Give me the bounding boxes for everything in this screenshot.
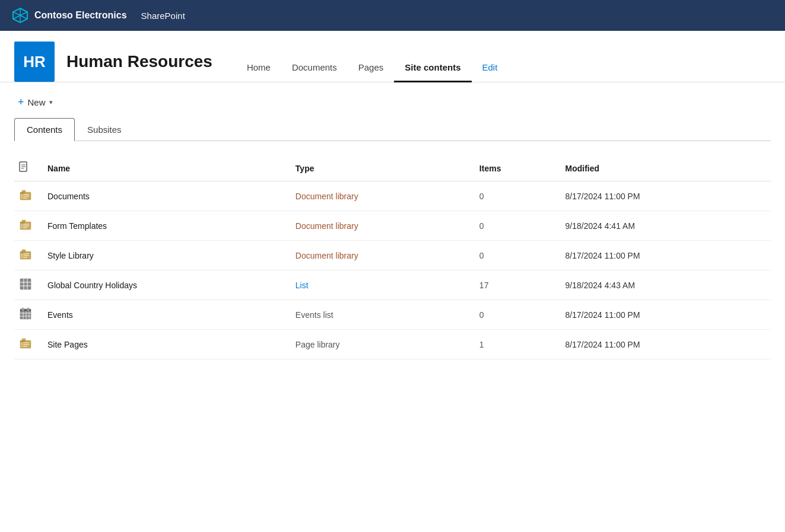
svg-rect-14	[21, 224, 23, 228]
site-logo: HR	[14, 42, 55, 82]
row-name[interactable]: Global Country Holidays	[40, 270, 288, 300]
file-header-icon	[19, 161, 30, 173]
svg-rect-39	[23, 342, 29, 343]
svg-rect-18	[23, 253, 29, 254]
col-name: Name	[40, 155, 288, 181]
app-name: SharePoint	[141, 11, 185, 21]
new-label: New	[28, 97, 46, 107]
table-row: Style Library Document library 0 8/17/20…	[14, 241, 771, 270]
col-modified: Modified	[558, 155, 771, 181]
row-modified: 9/18/2024 4:41 AM	[558, 211, 771, 241]
svg-rect-37	[20, 340, 25, 342]
col-type: Type	[288, 155, 472, 181]
row-type: Events list	[288, 300, 472, 330]
svg-rect-41	[23, 346, 27, 347]
svg-rect-13	[23, 227, 27, 228]
row-modified: 8/17/2024 11:00 PM	[558, 300, 771, 330]
svg-rect-42	[21, 342, 23, 347]
col-items: Items	[472, 155, 558, 181]
table-row: Form Templates Document library 0 9/18/2…	[14, 211, 771, 241]
chevron-down-icon: ▾	[49, 98, 53, 106]
row-type: Document library	[288, 211, 472, 241]
svg-rect-4	[23, 194, 29, 195]
row-modified: 8/17/2024 11:00 PM	[558, 330, 771, 359]
tabs: Contents Subsites	[14, 118, 771, 141]
svg-rect-12	[23, 225, 29, 227]
row-modified: 8/17/2024 11:00 PM	[558, 241, 771, 270]
new-button[interactable]: + New ▾	[14, 93, 59, 111]
svg-rect-10	[22, 220, 26, 222]
tab-subsites[interactable]: Subsites	[75, 118, 134, 141]
row-modified: 9/18/2024 4:43 AM	[558, 270, 771, 300]
row-type: Page library	[288, 330, 472, 359]
svg-rect-34	[22, 308, 24, 311]
svg-rect-11	[23, 224, 29, 225]
tabs-section: Contents Subsites	[0, 118, 785, 141]
row-name[interactable]: Style Library	[40, 241, 288, 270]
row-items: 0	[472, 241, 558, 270]
row-icon	[14, 241, 40, 270]
row-icon	[14, 211, 40, 241]
row-type: List	[288, 270, 472, 300]
row-name[interactable]: Documents	[40, 181, 288, 211]
contents-table: Name Type Items Modified Documents Docum…	[14, 155, 771, 359]
svg-rect-19	[23, 255, 29, 256]
nav-edit[interactable]: Edit	[472, 62, 508, 82]
row-icon	[14, 181, 40, 211]
row-name[interactable]: Site Pages	[40, 330, 288, 359]
site-header: HR Human Resources Home Documents Pages …	[0, 31, 785, 82]
row-items: 0	[472, 300, 558, 330]
nav-home[interactable]: Home	[236, 62, 281, 82]
site-title: Human Resources	[66, 52, 212, 71]
row-items: 1	[472, 330, 558, 359]
brand-logo: Contoso Electronics	[12, 7, 127, 24]
svg-rect-3	[22, 190, 26, 192]
svg-rect-6	[23, 197, 27, 199]
table-header-row: Name Type Items Modified	[14, 155, 771, 181]
contoso-logo-icon	[12, 7, 28, 24]
svg-rect-9	[20, 222, 25, 224]
table-row: Site Pages Page library 1 8/17/2024 11:0…	[14, 330, 771, 359]
nav-site-contents[interactable]: Site contents	[394, 62, 471, 82]
table-row: Global Country Holidays List 17 9/18/202…	[14, 270, 771, 300]
row-modified: 8/17/2024 11:00 PM	[558, 181, 771, 211]
row-items: 0	[472, 211, 558, 241]
nav-documents[interactable]: Documents	[281, 62, 348, 82]
row-items: 0	[472, 181, 558, 211]
row-type: Document library	[288, 241, 472, 270]
toolbar: + New ▾	[0, 82, 785, 118]
table-row: Events Events list 0 8/17/2024 11:00 PM	[14, 300, 771, 330]
content-area: Name Type Items Modified Documents Docum…	[0, 141, 785, 374]
svg-rect-16	[20, 251, 25, 253]
row-icon	[14, 300, 40, 330]
row-type: Document library	[288, 181, 472, 211]
svg-rect-38	[22, 339, 26, 340]
row-items: 17	[472, 270, 558, 300]
site-nav: Home Documents Pages Site contents Edit	[236, 42, 508, 82]
tab-contents[interactable]: Contents	[14, 118, 75, 141]
new-plus-icon: +	[18, 97, 24, 107]
row-name[interactable]: Form Templates	[40, 211, 288, 241]
row-name[interactable]: Events	[40, 300, 288, 330]
svg-rect-7	[21, 194, 23, 199]
row-icon	[14, 330, 40, 359]
topbar: Contoso Electronics SharePoint	[0, 0, 785, 31]
col-icon	[14, 155, 40, 181]
svg-rect-20	[23, 257, 27, 258]
svg-rect-21	[21, 253, 23, 258]
svg-rect-22	[20, 279, 31, 289]
svg-rect-2	[20, 192, 25, 194]
nav-pages[interactable]: Pages	[348, 62, 395, 82]
svg-rect-17	[22, 250, 26, 251]
svg-rect-40	[23, 344, 29, 345]
table-row: Documents Document library 0 8/17/2024 1…	[14, 181, 771, 211]
svg-rect-28	[20, 309, 31, 311]
svg-rect-35	[27, 308, 29, 311]
row-icon	[14, 270, 40, 300]
svg-rect-5	[23, 196, 29, 197]
